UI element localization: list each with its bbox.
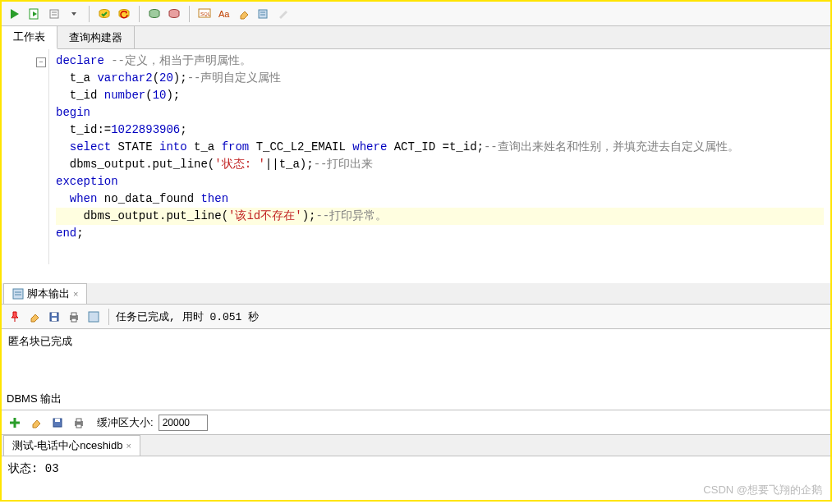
eraser-icon[interactable]	[26, 309, 43, 325]
status-text: 任务已完成, 用时 0.051 秒	[116, 309, 259, 324]
history-icon[interactable]	[255, 6, 272, 22]
commit-icon[interactable]	[96, 6, 113, 22]
svg-rect-25	[55, 419, 60, 422]
dropdown-icon[interactable]	[66, 6, 82, 22]
disabled-tool-icon	[275, 6, 292, 22]
svg-rect-22	[71, 318, 76, 322]
dbms-title: DBMS 输出	[2, 388, 830, 410]
save-icon[interactable]	[46, 309, 62, 325]
fold-icon[interactable]: −	[36, 57, 46, 67]
code-editor[interactable]: − declare --定义，相当于声明属性。 t_a varchar2(20)…	[2, 49, 830, 264]
output-icon	[12, 288, 24, 300]
add-icon[interactable]	[7, 415, 23, 431]
save-icon[interactable]	[49, 415, 66, 431]
tab-query-builder[interactable]: 查询构建器	[57, 26, 135, 48]
editor-tabs: 工作表 查询构建器	[2, 26, 830, 49]
svg-rect-27	[76, 419, 81, 422]
svg-rect-14	[13, 289, 23, 299]
buffer-label: 缓冲区大小:	[97, 415, 154, 430]
sql-icon[interactable]: SQL	[196, 6, 213, 22]
output-tabs: 脚本输出 ×	[2, 283, 830, 305]
tab-script-output[interactable]: 脚本输出 ×	[3, 283, 87, 304]
eraser-icon[interactable]	[236, 6, 252, 22]
explain-icon[interactable]	[46, 6, 62, 22]
run-script-icon[interactable]	[26, 6, 43, 22]
svg-rect-1	[50, 10, 58, 18]
close-icon[interactable]: ×	[73, 289, 78, 299]
output-body: 匿名块已完成	[2, 329, 830, 354]
main-toolbar: SQL Aa	[2, 2, 830, 26]
buffer-input[interactable]	[159, 415, 208, 431]
close-icon[interactable]: ×	[126, 441, 131, 451]
svg-rect-18	[52, 313, 57, 316]
svg-text:SQL: SQL	[200, 11, 211, 16]
dbms-toolbar: 缓冲区大小:	[2, 410, 830, 435]
eraser-icon[interactable]	[28, 415, 44, 431]
db-icon-2[interactable]	[166, 6, 182, 22]
case-icon[interactable]: Aa	[216, 6, 232, 22]
print-icon[interactable]	[66, 309, 82, 325]
output-toolbar: 任务已完成, 用时 0.051 秒	[2, 305, 830, 329]
db-icon-1[interactable]	[146, 6, 163, 22]
gutter: −	[2, 49, 49, 264]
svg-rect-11	[259, 10, 267, 18]
connection-tabs: 测试-电话中心nceshidb ×	[2, 435, 830, 456]
pin-icon[interactable]	[7, 309, 23, 325]
svg-rect-21	[71, 313, 76, 316]
code-area[interactable]: declare --定义，相当于声明属性。 t_a varchar2(20);-…	[49, 49, 830, 264]
rollback-icon[interactable]	[116, 6, 132, 22]
svg-rect-23	[89, 312, 99, 322]
tab-connection[interactable]: 测试-电话中心nceshidb ×	[3, 435, 140, 456]
run-icon[interactable]	[7, 6, 23, 22]
dbms-output-body: 状态: 03	[2, 456, 830, 481]
print-icon[interactable]	[71, 415, 87, 431]
svg-rect-19	[52, 318, 57, 321]
tab-worksheet[interactable]: 工作表	[2, 26, 57, 49]
sql-result-icon[interactable]	[85, 309, 102, 325]
svg-text:Aa: Aa	[218, 9, 230, 19]
svg-rect-28	[76, 424, 81, 428]
